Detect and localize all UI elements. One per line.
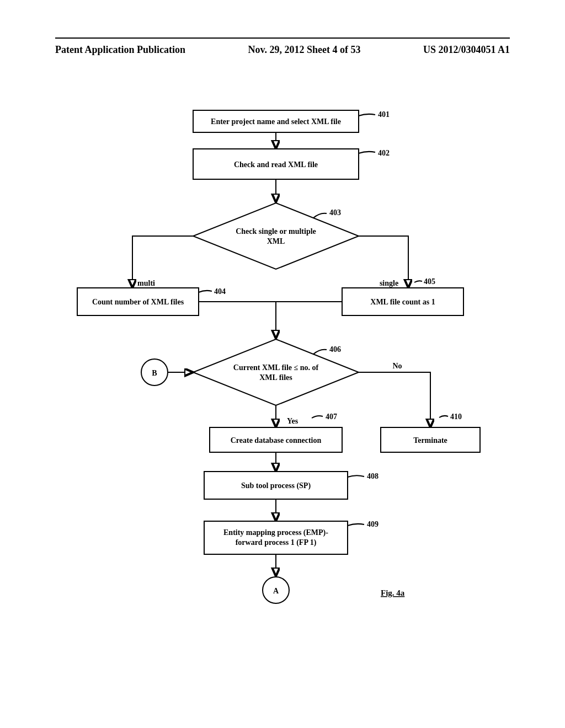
label-405: 405 — [424, 277, 435, 286]
node-401-text: Enter project name and select XML file — [211, 117, 341, 126]
branch-no: No — [392, 362, 402, 370]
leader-404 — [199, 291, 212, 292]
node-410-text: Terminate — [413, 436, 447, 445]
figure-caption: Fig. 4a — [381, 588, 405, 597]
leader-408 — [348, 475, 364, 477]
page-header: Patent Application Publication Nov. 29, … — [55, 44, 510, 56]
branch-single: single — [380, 279, 398, 287]
node-402-text: Check and read XML file — [234, 160, 318, 169]
node-403-line1: Check single or multiple — [236, 227, 316, 235]
leader-407 — [312, 416, 323, 418]
node-406-line1: Current XML file ≤ no. of — [233, 363, 319, 372]
branch-multi: multi — [137, 279, 155, 287]
leader-403 — [313, 213, 327, 218]
label-410: 410 — [450, 413, 462, 421]
leader-402 — [359, 152, 375, 153]
node-408-text: Sub tool process (SP) — [241, 481, 311, 490]
leader-405 — [414, 281, 422, 282]
branch-yes: Yes — [287, 417, 299, 425]
node-409-line1: Entity mapping process (EMP)- — [223, 528, 328, 537]
label-402: 402 — [378, 149, 390, 157]
header-center: Nov. 29, 2012 Sheet 4 of 53 — [248, 44, 361, 56]
label-406: 406 — [329, 345, 341, 354]
header-right: US 2012/0304051 A1 — [423, 44, 510, 56]
node-407-text: Create database connection — [231, 436, 322, 445]
edge-406-410 — [359, 372, 430, 426]
node-406-line2: XML files — [259, 373, 292, 382]
node-403-line2: XML — [267, 237, 285, 245]
node-405-text: XML file count as 1 — [370, 298, 435, 306]
leader-410 — [439, 416, 448, 417]
node-404-text: Count number of XML files — [92, 298, 184, 306]
label-409: 409 — [367, 520, 379, 528]
connector-a-text: A — [273, 587, 279, 595]
header-rule — [55, 38, 510, 39]
label-407: 407 — [326, 413, 337, 421]
leader-406 — [313, 350, 327, 354]
label-403: 403 — [329, 208, 341, 217]
leader-401 — [359, 114, 375, 116]
label-401: 401 — [378, 110, 390, 119]
header-left: Patent Application Publication — [55, 44, 185, 56]
leader-409 — [348, 524, 364, 526]
flowchart: Enter project name and select XML file 4… — [66, 105, 497, 623]
node-409 — [204, 521, 348, 554]
label-404: 404 — [214, 287, 226, 296]
node-409-line2: forward process 1 (FP 1) — [236, 538, 317, 547]
label-408: 408 — [367, 472, 379, 480]
connector-b-text: B — [152, 369, 157, 377]
